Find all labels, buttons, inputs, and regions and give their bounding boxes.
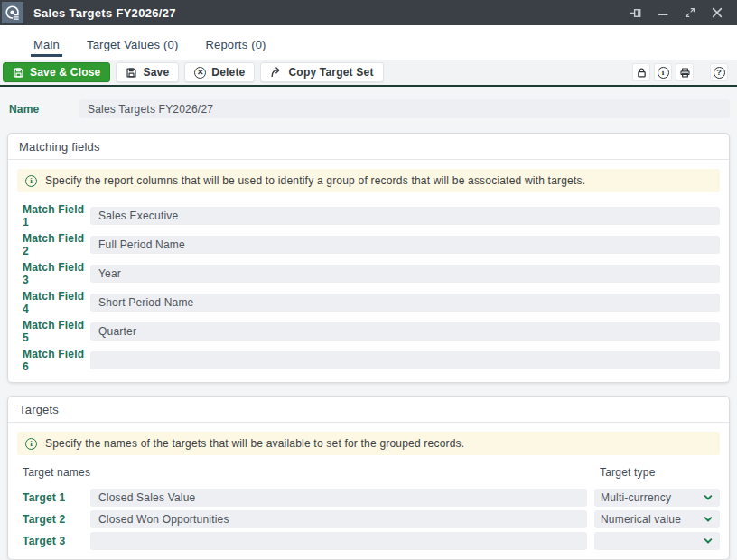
match-field-4-input[interactable]: Short Period Name [90, 294, 720, 312]
tab-target-values[interactable]: Target Values (0) [87, 38, 178, 60]
target-3-label: Target 3 [17, 535, 90, 547]
match-field-2-label: Match Field 2 [17, 232, 90, 257]
save-button[interactable]: Save [116, 62, 179, 82]
match-field-5-input[interactable]: Quarter [90, 322, 720, 341]
match-field-1-label: Match Field 1 [17, 203, 90, 229]
target-1-type-select[interactable]: Multi-currency [594, 489, 720, 507]
target-row: Target 1 Closed Sales Value Multi-curren… [17, 489, 720, 507]
targets-info: i Specify the names of the targets that … [17, 432, 720, 455]
match-field-row: Match Field 6 [17, 348, 720, 373]
target-row: Target 3 [17, 532, 720, 550]
chevron-down-icon [703, 514, 714, 525]
minimize-icon[interactable] [656, 5, 670, 20]
matching-fields-panel: Matching fields i Specify the report col… [7, 133, 730, 383]
copy-arrow-icon [270, 66, 283, 79]
target-3-name-input[interactable] [90, 532, 587, 550]
target-2-label: Target 2 [17, 513, 90, 526]
tab-reports[interactable]: Reports (0) [205, 38, 266, 60]
save-and-close-button[interactable]: Save & Close [3, 62, 110, 82]
bullseye-logo-icon [5, 5, 21, 21]
match-field-row: Match Field 1 Sales Executive [17, 203, 720, 229]
match-field-row: Match Field 5 Quarter [17, 319, 720, 344]
match-field-1-input[interactable]: Sales Executive [90, 207, 720, 225]
copy-target-set-button[interactable]: Copy Target Set [260, 62, 383, 82]
delete-icon: ✕ [194, 67, 206, 79]
close-icon[interactable] [710, 5, 724, 20]
match-field-3-label: Match Field 3 [17, 261, 90, 286]
target-1-label: Target 1 [17, 491, 90, 504]
tab-main[interactable]: Main [33, 38, 60, 60]
main-content: Name Sales Targets FY2026/27 Matching fi… [0, 87, 737, 560]
lock-icon[interactable] [632, 63, 650, 81]
delete-button[interactable]: ✕ Delete [184, 62, 255, 82]
info-icon[interactable]: i [654, 63, 672, 81]
targets-title: Targets [8, 397, 729, 423]
name-label: Name [7, 103, 79, 116]
save-icon [126, 67, 137, 79]
match-field-3-input[interactable]: Year [90, 265, 720, 283]
info-icon: i [25, 175, 37, 187]
target-row: Target 2 Closed Won Opportunities Numeri… [17, 510, 720, 528]
target-type-header: Target type [594, 466, 720, 479]
match-field-5-label: Match Field 5 [17, 319, 90, 344]
match-field-4-label: Match Field 4 [17, 290, 90, 315]
matching-fields-info: i Specify the report columns that will b… [17, 169, 720, 192]
targets-column-headers: Target names Target type [17, 466, 720, 479]
help-icon[interactable]: ? [710, 63, 728, 81]
info-icon: i [25, 438, 37, 450]
target-1-name-input[interactable]: Closed Sales Value [90, 489, 587, 507]
maximize-icon[interactable] [683, 5, 697, 20]
window-title: Sales Targets FY2026/27 [33, 6, 176, 20]
name-input[interactable]: Sales Targets FY2026/27 [79, 99, 730, 118]
name-row: Name Sales Targets FY2026/27 [7, 99, 730, 118]
target-2-type-select[interactable]: Numerical value [594, 510, 720, 528]
match-field-row: Match Field 2 Full Period Name [17, 232, 720, 257]
match-field-6-label: Match Field 6 [17, 348, 90, 373]
chevron-down-icon [703, 492, 714, 503]
target-3-type-select[interactable] [594, 532, 720, 550]
match-field-6-input[interactable] [90, 351, 720, 369]
toolbar: Save & Close Save ✕ Delete Copy Target S… [0, 60, 737, 87]
match-field-2-input[interactable]: Full Period Name [90, 236, 720, 254]
app-logo [2, 2, 23, 23]
title-bar: Sales Targets FY2026/27 [0, 0, 737, 25]
match-field-row: Match Field 3 Year [17, 261, 720, 286]
chevron-down-icon [703, 536, 714, 546]
target-2-name-input[interactable]: Closed Won Opportunities [90, 510, 587, 528]
target-names-header: Target names [17, 466, 90, 479]
matching-fields-title: Matching fields [8, 134, 729, 160]
print-icon[interactable] [676, 63, 694, 81]
targets-panel: Targets i Specify the names of the targe… [7, 396, 730, 560]
pin-icon[interactable] [629, 5, 643, 20]
match-field-row: Match Field 4 Short Period Name [17, 290, 720, 315]
tab-bar: Main Target Values (0) Reports (0) [0, 25, 737, 60]
save-icon [13, 67, 24, 79]
